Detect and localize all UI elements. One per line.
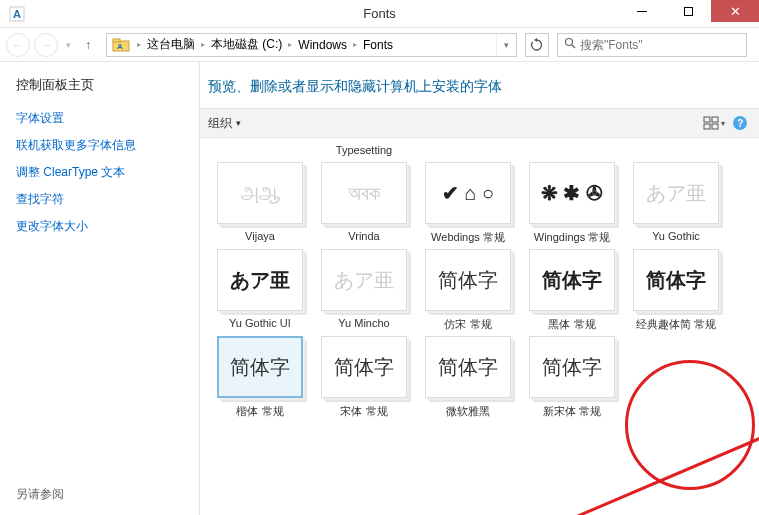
refresh-button[interactable] bbox=[525, 33, 549, 57]
font-thumbnail: あア亜 bbox=[217, 249, 303, 311]
sidebar-link[interactable]: 字体设置 bbox=[16, 110, 183, 127]
svg-text:A: A bbox=[13, 8, 21, 20]
font-label: 微软雅黑 bbox=[446, 404, 490, 419]
font-label: Typesetting bbox=[336, 144, 392, 158]
font-thumbnail: あア亜 bbox=[633, 162, 719, 224]
search-icon bbox=[564, 37, 576, 52]
font-label: 楷体 常规 bbox=[236, 404, 283, 419]
view-options-button[interactable]: ▾ bbox=[703, 112, 725, 134]
close-button[interactable]: ✕ bbox=[711, 0, 759, 22]
folder-icon: A bbox=[111, 35, 131, 55]
font-label: 黑体 常规 bbox=[548, 317, 595, 332]
font-item[interactable]: அஆVijaya bbox=[208, 162, 312, 245]
font-label: 仿宋 常规 bbox=[444, 317, 491, 332]
organize-label: 组织 bbox=[208, 115, 232, 132]
sidebar-link[interactable]: 更改字体大小 bbox=[16, 218, 183, 235]
font-label: Yu Gothic bbox=[652, 230, 700, 244]
font-item[interactable]: Typesetting bbox=[312, 144, 416, 158]
font-item[interactable]: あア亜Yu Gothic bbox=[624, 162, 728, 245]
main-content: 预览、删除或者显示和隐藏计算机上安装的字体 组织 ▾ ▾ ? Typesetti… bbox=[200, 62, 759, 515]
font-thumbnail: 简体字 bbox=[321, 336, 407, 398]
font-thumbnail: 简体字 bbox=[529, 249, 615, 311]
search-box[interactable] bbox=[557, 33, 747, 57]
toolbar: 组织 ▾ ▾ ? bbox=[200, 108, 759, 138]
chevron-down-icon: ▾ bbox=[236, 118, 241, 128]
svg-point-5 bbox=[566, 39, 573, 46]
chevron-right-icon: ▸ bbox=[135, 40, 143, 49]
help-button[interactable]: ? bbox=[729, 112, 751, 134]
font-item[interactable]: 简体字宋体 常规 bbox=[312, 336, 416, 419]
up-button[interactable]: ↑ bbox=[78, 35, 98, 55]
svg-rect-7 bbox=[704, 117, 710, 122]
svg-line-6 bbox=[572, 45, 575, 48]
font-item[interactable]: 简体字楷体 常规 bbox=[208, 336, 312, 419]
search-input[interactable] bbox=[580, 38, 740, 52]
address-dropdown[interactable]: ▾ bbox=[496, 34, 516, 56]
font-item[interactable]: 简体字仿宋 常规 bbox=[416, 249, 520, 332]
back-button[interactable]: ← bbox=[6, 33, 30, 57]
font-label: Yu Mincho bbox=[338, 317, 389, 331]
font-label: Wingdings 常规 bbox=[534, 230, 610, 245]
chevron-right-icon: ▸ bbox=[286, 40, 294, 49]
sidebar-link[interactable]: 联机获取更多字体信息 bbox=[16, 137, 183, 154]
font-item[interactable]: 简体字黑体 常规 bbox=[520, 249, 624, 332]
svg-rect-10 bbox=[712, 124, 718, 129]
chevron-right-icon: ▸ bbox=[351, 40, 359, 49]
font-thumbnail: அஆ bbox=[217, 162, 303, 224]
organize-button[interactable]: 组织 ▾ bbox=[208, 115, 241, 132]
sidebar-link[interactable]: 查找字符 bbox=[16, 191, 183, 208]
font-item[interactable]: 简体字经典趣体简 常规 bbox=[624, 249, 728, 332]
font-thumbnail: 简体字 bbox=[425, 249, 511, 311]
font-thumbnail: অবক bbox=[321, 162, 407, 224]
font-label: 经典趣体简 常规 bbox=[636, 317, 716, 332]
font-item[interactable]: 简体字微软雅黑 bbox=[416, 336, 520, 419]
chevron-right-icon: ▸ bbox=[199, 40, 207, 49]
breadcrumb-item[interactable]: Fonts bbox=[359, 34, 397, 56]
control-panel-home[interactable]: 控制面板主页 bbox=[16, 76, 183, 94]
font-label: Vijaya bbox=[245, 230, 275, 244]
title-bar: A Fonts ✕ bbox=[0, 0, 759, 28]
font-item[interactable]: ✔ ⌂ ○Webdings 常规 bbox=[416, 162, 520, 245]
page-heading: 预览、删除或者显示和隐藏计算机上安装的字体 bbox=[200, 62, 759, 108]
font-item[interactable]: あア亜Yu Gothic UI bbox=[208, 249, 312, 332]
font-item[interactable]: অবকVrinda bbox=[312, 162, 416, 245]
font-thumbnail: 简体字 bbox=[217, 336, 303, 398]
window-title: Fonts bbox=[363, 6, 396, 21]
maximize-button[interactable] bbox=[665, 0, 711, 22]
font-label: Vrinda bbox=[348, 230, 379, 244]
breadcrumb-item[interactable]: Windows bbox=[294, 34, 351, 56]
minimize-button[interactable] bbox=[619, 0, 665, 22]
font-label: Webdings 常规 bbox=[431, 230, 505, 245]
sidebar: 控制面板主页 字体设置 联机获取更多字体信息 调整 ClearType 文本 查… bbox=[0, 62, 200, 515]
forward-button[interactable]: → bbox=[34, 33, 58, 57]
font-thumbnail: ❋ ✱ ✇ bbox=[529, 162, 615, 224]
svg-text:A: A bbox=[117, 42, 123, 51]
font-item[interactable]: ❋ ✱ ✇Wingdings 常规 bbox=[520, 162, 624, 245]
font-label: 新宋体 常规 bbox=[543, 404, 601, 419]
svg-rect-9 bbox=[704, 124, 710, 129]
font-label: Yu Gothic UI bbox=[229, 317, 291, 331]
font-thumbnail: あア亜 bbox=[321, 249, 407, 311]
nav-bar: ← → ▾ ↑ A ▸ 这台电脑 ▸ 本地磁盘 (C:) ▸ Windows ▸… bbox=[0, 28, 759, 62]
history-dropdown[interactable]: ▾ bbox=[62, 40, 74, 50]
font-thumbnail: 简体字 bbox=[633, 249, 719, 311]
svg-text:?: ? bbox=[737, 118, 743, 129]
font-item[interactable]: あア亜Yu Mincho bbox=[312, 249, 416, 332]
breadcrumb-item[interactable]: 这台电脑 bbox=[143, 34, 199, 56]
font-thumbnail: 简体字 bbox=[529, 336, 615, 398]
svg-rect-8 bbox=[712, 117, 718, 122]
app-icon: A bbox=[6, 3, 28, 25]
font-label: 宋体 常规 bbox=[340, 404, 387, 419]
sidebar-link[interactable]: 调整 ClearType 文本 bbox=[16, 164, 183, 181]
breadcrumb-item[interactable]: 本地磁盘 (C:) bbox=[207, 34, 286, 56]
see-also-label: 另请参阅 bbox=[16, 486, 64, 503]
address-bar[interactable]: A ▸ 这台电脑 ▸ 本地磁盘 (C:) ▸ Windows ▸ Fonts ▾ bbox=[106, 33, 517, 57]
font-thumbnail: 简体字 bbox=[425, 336, 511, 398]
font-thumbnail: ✔ ⌂ ○ bbox=[425, 162, 511, 224]
font-grid: Typesetting அஆVijayaঅবকVrinda✔ ⌂ ○Webdin… bbox=[200, 138, 759, 515]
font-item[interactable]: 简体字新宋体 常规 bbox=[520, 336, 624, 419]
